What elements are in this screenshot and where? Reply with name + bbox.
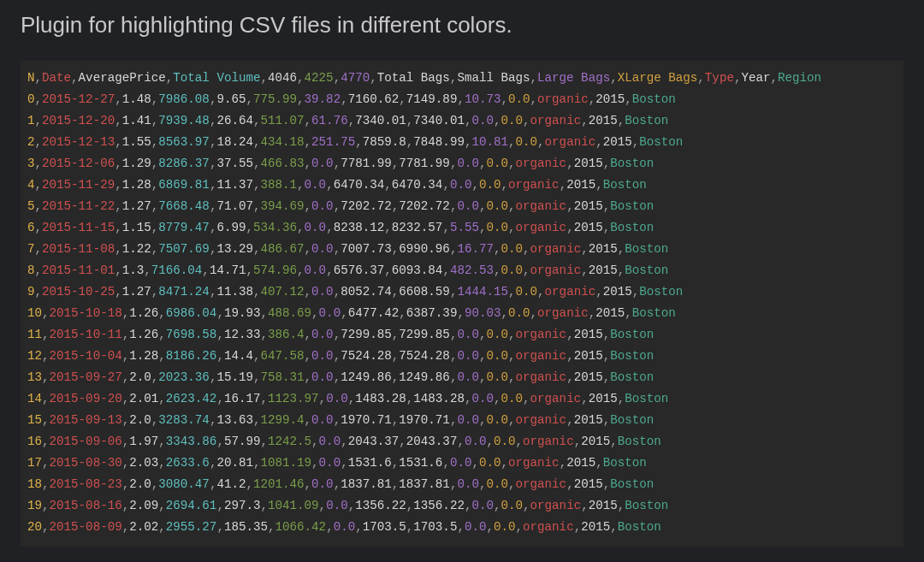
csv-cell: 17 — [27, 456, 42, 470]
csv-delimiter: , — [35, 71, 43, 85]
csv-cell: 20 — [27, 520, 42, 534]
csv-delimiter: , — [618, 242, 625, 256]
csv-cell: 0.0 — [486, 349, 508, 363]
csv-delimiter: , — [595, 178, 603, 192]
csv-delimiter: , — [348, 392, 356, 405]
csv-cell: organic — [516, 199, 567, 213]
csv-cell: 2015 — [589, 499, 618, 512]
csv-cell: 1837.81 — [399, 477, 450, 491]
csv-delimiter: , — [268, 520, 275, 534]
csv-cell: 2015 — [574, 221, 603, 234]
csv-row: 8,2015-11-01,1.3,7166.04,14.71,574.96,0.… — [27, 260, 897, 281]
csv-cell: 2015-11-08 — [42, 242, 115, 256]
csv-delimiter: , — [334, 349, 341, 363]
csv-delimiter: , — [442, 221, 450, 234]
csv-delimiter: , — [494, 114, 501, 127]
csv-delimiter: , — [508, 285, 516, 299]
csv-cell: 2015 — [566, 456, 595, 470]
csv-delimiter: , — [581, 263, 589, 277]
csv-cell: 2015 — [574, 477, 603, 491]
csv-delimiter: , — [494, 499, 501, 512]
csv-cell: 3 — [27, 157, 35, 170]
csv-cell: 488.69 — [268, 306, 311, 320]
csv-row: 16,2015-09-06,1.97,3343.86,57.99,1242.5,… — [27, 431, 897, 453]
csv-delimiter: , — [158, 456, 166, 470]
csv-delimiter: , — [399, 435, 406, 448]
csv-cell: 2015 — [595, 92, 625, 106]
csv-cell: 0.0 — [501, 499, 524, 512]
csv-cell: 2015-10-11 — [50, 328, 122, 341]
csv-cell: Boston — [603, 178, 647, 192]
csv-cell: 11 — [27, 328, 42, 341]
csv-cell: 7149.89 — [406, 92, 458, 106]
csv-delimiter: , — [523, 242, 530, 256]
csv-cell: 1.27 — [122, 199, 151, 213]
csv-cell: 0.0 — [501, 242, 524, 256]
csv-cell: 2.0 — [129, 477, 151, 491]
csv-cell: 6470.34 — [334, 178, 385, 192]
csv-delimiter: , — [471, 178, 479, 192]
csv-cell: 0.0 — [501, 114, 524, 127]
csv-delimiter: , — [216, 499, 224, 512]
csv-delimiter: , — [566, 370, 574, 384]
csv-cell: 3343.86 — [166, 435, 217, 448]
csv-cell: 0.0 — [450, 178, 472, 192]
csv-cell: 0 — [27, 92, 35, 106]
csv-delimiter: , — [566, 328, 574, 341]
csv-delimiter: , — [334, 71, 341, 85]
csv-cell: 0.0 — [486, 328, 508, 341]
csv-cell: 0.0 — [326, 499, 348, 512]
csv-cell: 0.0 — [501, 392, 524, 405]
csv-cell: 2694.61 — [166, 499, 217, 512]
csv-cell: 2015 — [574, 413, 603, 427]
csv-cell: 434.18 — [260, 135, 304, 149]
csv-cell: organic — [508, 178, 560, 192]
csv-header-cell: Small Bags — [457, 71, 530, 85]
csv-cell: 2043.37 — [348, 435, 400, 448]
csv-cell: 0.0 — [471, 499, 494, 512]
csv-cell: 7781.99 — [341, 157, 392, 170]
csv-delimiter: , — [603, 157, 611, 170]
csv-delimiter: , — [508, 221, 516, 234]
csv-cell: 0.0 — [494, 520, 516, 534]
csv-header-cell: Total Bags — [377, 71, 450, 85]
csv-delimiter: , — [384, 221, 392, 234]
csv-delimiter: , — [457, 520, 465, 534]
csv-cell: organic — [530, 242, 582, 256]
csv-delimiter: , — [158, 349, 166, 363]
csv-delimiter: , — [392, 370, 400, 384]
csv-delimiter: , — [151, 370, 159, 384]
csv-cell: 0.0 — [334, 520, 356, 534]
csv-delimiter: , — [566, 221, 574, 234]
csv-delimiter: , — [42, 520, 50, 534]
csv-cell: 2015-08-16 — [50, 499, 122, 512]
csv-cell: Boston — [632, 92, 676, 106]
csv-delimiter: , — [305, 349, 312, 363]
csv-cell: 0.0 — [457, 477, 479, 491]
csv-cell: organic — [530, 392, 582, 405]
csv-cell: 297.3 — [224, 499, 261, 512]
csv-delimiter: , — [508, 349, 516, 363]
csv-cell: 7524.28 — [341, 349, 392, 363]
csv-delimiter: , — [442, 178, 450, 192]
csv-cell: Boston — [610, 349, 654, 363]
csv-delimiter: , — [399, 306, 406, 320]
csv-cell: 11.38 — [216, 285, 253, 299]
csv-delimiter: , — [115, 199, 122, 213]
csv-cell: 6608.59 — [399, 285, 450, 299]
csv-delimiter: , — [216, 435, 224, 448]
csv-delimiter: , — [348, 114, 356, 127]
csv-delimiter: , — [589, 92, 596, 106]
csv-cell: 7781.99 — [399, 157, 450, 170]
csv-cell: 1.26 — [129, 306, 158, 320]
csv-delimiter: , — [581, 114, 589, 127]
csv-cell: 1.48 — [122, 92, 151, 106]
csv-cell: 0.0 — [508, 92, 530, 106]
csv-cell: 2015 — [574, 157, 603, 170]
csv-cell: 13 — [27, 370, 42, 384]
csv-delimiter: , — [122, 520, 130, 534]
csv-delimiter: , — [334, 328, 341, 341]
csv-delimiter: , — [603, 349, 611, 363]
csv-delimiter: , — [305, 285, 312, 299]
csv-delimiter: , — [151, 92, 159, 106]
